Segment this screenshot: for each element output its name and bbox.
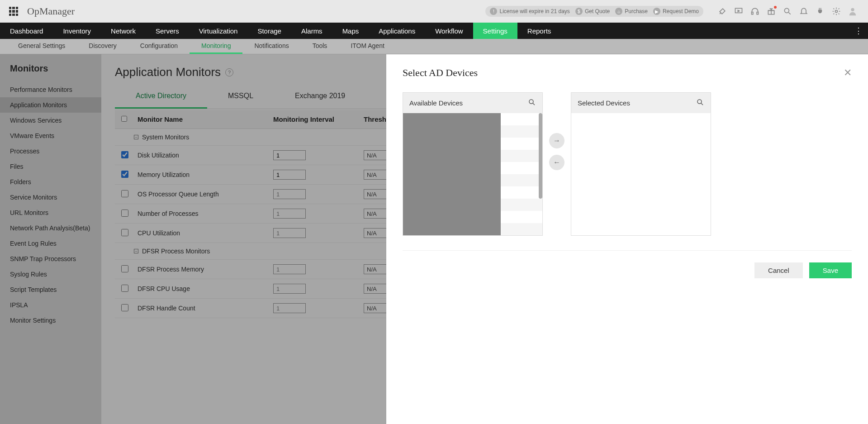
main-nav-network[interactable]: Network [101, 23, 146, 39]
interval-input [273, 264, 306, 274]
gift-icon[interactable] [765, 5, 778, 18]
sidebar-item-processes[interactable]: Processes [0, 143, 101, 159]
available-devices-list[interactable] [403, 113, 542, 235]
help-icon[interactable]: ? [225, 68, 233, 76]
gear-icon[interactable] [830, 5, 843, 18]
license-notice-label: License will expire in 21 days [499, 8, 569, 14]
page-title-text: Application Monitors [115, 65, 221, 79]
svg-rect-1 [752, 12, 753, 14]
monitor-name: Memory Utilization [138, 171, 273, 178]
sidebar-item-folders[interactable]: Folders [0, 174, 101, 190]
sub-nav-itom-agent[interactable]: ITOM Agent [339, 39, 396, 54]
row-checkbox[interactable] [121, 190, 128, 197]
select-all-checkbox[interactable] [121, 116, 127, 122]
interval-input [273, 284, 306, 294]
available-scrollbar[interactable] [539, 113, 542, 199]
sidebar-item-ipsla[interactable]: IPSLA [0, 297, 101, 313]
save-button[interactable]: Save [809, 262, 852, 278]
rocket-icon[interactable] [716, 5, 729, 18]
main-nav-alarms[interactable]: Alarms [291, 23, 332, 39]
sub-nav: General SettingsDiscoveryConfigurationMo… [0, 39, 868, 54]
row-checkbox[interactable] [121, 265, 128, 272]
cancel-button[interactable]: Cancel [754, 262, 803, 278]
get-quote-label: Get Quote [585, 8, 610, 14]
sidebar-item-application-monitors[interactable]: Application Monitors [0, 97, 101, 113]
purchase-link[interactable]: ⌂ Purchase [615, 8, 648, 15]
search-available-icon[interactable] [528, 98, 536, 108]
interval-input[interactable] [273, 170, 306, 180]
dollar-icon: $ [575, 8, 583, 15]
monitor-name: DFSR CPU Usage [138, 285, 273, 292]
sidebar-title: Monitors [0, 63, 101, 82]
plug-icon[interactable] [814, 5, 826, 18]
svg-rect-2 [757, 12, 758, 14]
cart-icon: ⌂ [615, 8, 622, 15]
presentation-icon[interactable] [732, 5, 745, 18]
sidebar-item-network-path-analysis-beta-[interactable]: Network Path Analysis(Beta) [0, 220, 101, 236]
search-selected-icon[interactable] [696, 98, 704, 108]
sidebar-item-monitor-settings[interactable]: Monitor Settings [0, 313, 101, 328]
license-notice[interactable]: ! License will expire in 21 days [490, 8, 569, 15]
monitor-name: CPU Utilization [138, 229, 273, 237]
sub-nav-notifications[interactable]: Notifications [242, 39, 300, 54]
top-header: OpManager ! License will expire in 21 da… [0, 0, 868, 23]
svg-point-6 [851, 8, 854, 11]
main-nav-reports[interactable]: Reports [517, 23, 561, 39]
sidebar-item-event-log-rules[interactable]: Event Log Rules [0, 236, 101, 251]
get-quote-link[interactable]: $ Get Quote [575, 8, 610, 15]
sidebar-item-windows-services[interactable]: Windows Services [0, 113, 101, 128]
sub-nav-tools[interactable]: Tools [301, 39, 339, 54]
sidebar-item-service-monitors[interactable]: Service Monitors [0, 190, 101, 205]
sidebar-item-performance-monitors[interactable]: Performance Monitors [0, 82, 101, 97]
main-nav-storage[interactable]: Storage [247, 23, 291, 39]
apps-grid-icon[interactable] [9, 7, 18, 16]
row-checkbox[interactable] [121, 304, 128, 311]
main-nav-applications[interactable]: Applications [369, 23, 425, 39]
main-nav-maps[interactable]: Maps [332, 23, 369, 39]
available-devices-box: Available Devices [403, 92, 543, 236]
move-right-button[interactable]: → [549, 133, 564, 148]
row-checkbox[interactable] [121, 151, 128, 158]
move-left-button[interactable]: ← [549, 155, 564, 170]
main-nav-dashboard[interactable]: Dashboard [0, 23, 53, 39]
request-demo-link[interactable]: ▶ Request Demo [653, 8, 699, 15]
user-avatar-icon[interactable] [846, 5, 859, 18]
svg-point-5 [835, 10, 838, 13]
main-nav-workflow[interactable]: Workflow [425, 23, 473, 39]
monitor-name: Number of Processes [138, 210, 273, 217]
sidebar-item-snmp-trap-processors[interactable]: SNMP Trap Processors [0, 251, 101, 267]
sidebar-item-script-templates[interactable]: Script Templates [0, 282, 101, 297]
search-icon[interactable] [781, 5, 794, 18]
main-nav-settings[interactable]: Settings [473, 23, 517, 39]
tab-exchange-2019[interactable]: Exchange 2019 [274, 85, 366, 109]
sub-nav-general-settings[interactable]: General Settings [6, 39, 77, 54]
row-checkbox[interactable] [121, 210, 128, 217]
collapse-icon[interactable]: − [134, 249, 138, 253]
nav-overflow-icon[interactable]: ⋮ [849, 23, 868, 39]
headset-icon[interactable] [749, 5, 761, 18]
tab-active-directory[interactable]: Active Directory [115, 85, 207, 109]
interval-input[interactable] [273, 150, 306, 160]
selected-devices-list[interactable] [571, 113, 711, 235]
close-icon[interactable]: ✕ [844, 67, 852, 79]
sidebar-item-url-monitors[interactable]: URL Monitors [0, 205, 101, 220]
main-nav-inventory[interactable]: Inventory [53, 23, 101, 39]
main-nav-virtualization[interactable]: Virtualization [189, 23, 248, 39]
tab-mssql[interactable]: MSSQL [207, 85, 274, 109]
available-devices-label: Available Devices [409, 99, 463, 107]
sidebar-item-vmware-events[interactable]: VMware Events [0, 128, 101, 143]
sidebar-item-files[interactable]: Files [0, 159, 101, 174]
play-icon: ▶ [653, 8, 660, 15]
info-icon: ! [490, 8, 497, 15]
sub-nav-monitoring[interactable]: Monitoring [190, 39, 242, 54]
svg-point-4 [784, 8, 789, 13]
sidebar-item-syslog-rules[interactable]: Syslog Rules [0, 267, 101, 282]
collapse-icon[interactable]: − [134, 135, 138, 139]
sub-nav-discovery[interactable]: Discovery [77, 39, 128, 54]
row-checkbox[interactable] [121, 229, 128, 236]
main-nav-servers[interactable]: Servers [146, 23, 189, 39]
bell-icon[interactable] [797, 5, 810, 18]
sub-nav-configuration[interactable]: Configuration [128, 39, 190, 54]
row-checkbox[interactable] [121, 171, 128, 178]
row-checkbox[interactable] [121, 285, 128, 292]
